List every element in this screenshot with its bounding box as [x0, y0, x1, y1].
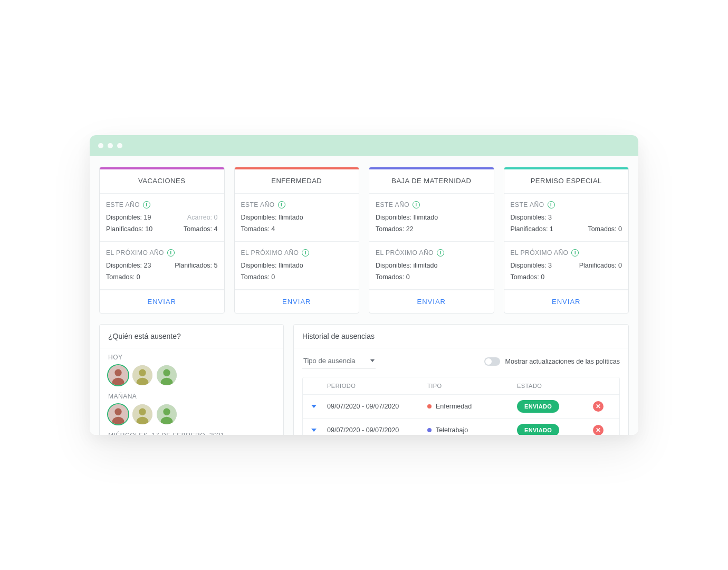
policy-updates-toggle[interactable] — [484, 357, 500, 366]
card-title: ENFERMEDAD — [235, 169, 359, 194]
section-label: EL PRÓXIMO AÑOi — [241, 249, 353, 256]
col-period: PERIODO — [327, 383, 427, 389]
svg-point-16 — [163, 408, 170, 415]
stat-row: Planificados: 10Tomados: 4 — [106, 225, 218, 233]
table-row: 09/07/2020 - 09/07/2020TeletrabajoENVIAD… — [303, 418, 619, 435]
chevron-down-icon — [370, 359, 375, 362]
absent-day-label: HOY — [108, 354, 275, 361]
card-title: VACACIONES — [100, 169, 224, 194]
avatar[interactable] — [132, 365, 152, 385]
section-label: EL PRÓXIMO AÑOi — [511, 249, 622, 256]
absent-group: MIÉRCOLES, 17 DE FEBRERO, 2021 — [108, 432, 275, 435]
status-badge: ENVIADO — [517, 424, 559, 435]
send-button[interactable]: ENVIAR — [235, 290, 359, 313]
svg-point-1 — [114, 369, 121, 376]
info-icon[interactable]: i — [571, 249, 579, 256]
absent-panel-title: ¿Quién está ausente? — [100, 325, 283, 348]
history-table: PERIODO TIPO ESTADO 09/07/2020 - 09/07/2… — [302, 377, 620, 435]
svg-point-13 — [139, 408, 146, 415]
info-icon[interactable]: i — [302, 249, 309, 256]
table-header: PERIODO TIPO ESTADO — [303, 377, 619, 394]
cell-type: Enfermedad — [427, 403, 517, 410]
absent-group: MAÑANA — [108, 393, 275, 424]
card-section: ESTE AÑOiDisponibles: IlimitadoTomados: … — [369, 194, 494, 242]
info-icon[interactable]: i — [143, 201, 150, 208]
info-icon[interactable]: i — [437, 249, 444, 256]
col-status: ESTADO — [517, 383, 593, 389]
stat-row: Disponibles: 19Acarreo: 0 — [106, 214, 218, 221]
svg-point-10 — [114, 408, 121, 415]
window-control-maximize[interactable] — [117, 143, 122, 148]
status-badge: ENVIADO — [517, 400, 559, 413]
expand-row-icon[interactable] — [311, 429, 317, 432]
type-dot-icon — [427, 428, 432, 432]
card-section: ESTE AÑOiDisponibles: 3Planificados: 1To… — [504, 194, 629, 242]
stat-row: Disponibles: ilimitado — [376, 262, 487, 269]
svg-point-7 — [163, 369, 170, 376]
absent-group: HOY — [108, 354, 275, 385]
send-button[interactable]: ENVIAR — [100, 290, 224, 313]
summary-card: ENFERMEDADESTE AÑOiDisponibles: Ilimitad… — [234, 167, 360, 314]
summary-card: PERMISO ESPECIALESTE AÑOiDisponibles: 3P… — [504, 167, 629, 314]
dropdown-label: Tipo de ausencia — [303, 357, 356, 365]
app-content: VACACIONESESTE AÑOiDisponibles: 19Acarre… — [90, 156, 638, 435]
avatar[interactable] — [108, 404, 128, 424]
absent-day-label: MAÑANA — [108, 393, 275, 400]
card-title: BAJA DE MATERNIDAD — [369, 169, 494, 194]
window-titlebar — [90, 135, 638, 156]
table-row: 09/07/2020 - 09/07/2020EnfermedadENVIADO… — [303, 394, 619, 418]
section-label: ESTE AÑOi — [241, 201, 353, 208]
stat-row: Disponibles: Ilimitado — [241, 214, 353, 221]
cell-period: 09/07/2020 - 09/07/2020 — [327, 403, 427, 410]
card-title: PERMISO ESPECIAL — [504, 169, 629, 194]
absent-panel: ¿Quién está ausente? HOYMAÑANAMIÉRCOLES,… — [99, 324, 284, 435]
window-control-minimize[interactable] — [108, 143, 113, 148]
section-label: ESTE AÑOi — [376, 201, 487, 208]
stat-row: Tomados: 0 — [241, 273, 353, 281]
col-type: TIPO — [427, 383, 517, 389]
expand-row-icon[interactable] — [311, 405, 317, 408]
history-panel-title: Historial de ausencias — [294, 325, 628, 348]
stat-row: Disponibles: 23Planificados: 5 — [106, 262, 218, 269]
section-label: EL PRÓXIMO AÑOi — [106, 249, 218, 256]
window-control-close[interactable] — [98, 143, 103, 148]
stat-row: Disponibles: Ilimitado — [241, 262, 353, 269]
avatar[interactable] — [157, 365, 177, 385]
stat-row: Tomados: 0 — [511, 273, 622, 281]
stat-row: Tomados: 22 — [376, 225, 487, 233]
card-section: ESTE AÑOiDisponibles: 19Acarreo: 0Planif… — [100, 194, 224, 242]
delete-row-button[interactable]: ✕ — [593, 401, 604, 412]
info-icon[interactable]: i — [413, 201, 420, 208]
avatar[interactable] — [157, 404, 177, 424]
svg-point-4 — [139, 369, 146, 376]
delete-row-button[interactable]: ✕ — [593, 425, 604, 435]
send-button[interactable]: ENVIAR — [369, 290, 494, 313]
card-section: ESTE AÑOiDisponibles: IlimitadoTomados: … — [235, 194, 359, 242]
cell-period: 09/07/2020 - 09/07/2020 — [327, 426, 427, 434]
absent-day-label: MIÉRCOLES, 17 DE FEBRERO, 2021 — [108, 432, 275, 435]
card-section: EL PRÓXIMO AÑOiDisponibles: 23Planificad… — [100, 242, 224, 290]
info-icon[interactable]: i — [278, 201, 285, 208]
avatar[interactable] — [108, 365, 128, 385]
summary-card: BAJA DE MATERNIDADESTE AÑOiDisponibles: … — [369, 167, 494, 314]
avatar[interactable] — [132, 404, 152, 424]
summary-card: VACACIONESESTE AÑOiDisponibles: 19Acarre… — [99, 167, 225, 314]
summary-cards: VACACIONESESTE AÑOiDisponibles: 19Acarre… — [99, 167, 629, 314]
stat-row: Disponibles: Ilimitado — [376, 214, 487, 221]
stat-row: Tomados: 0 — [106, 273, 218, 281]
send-button[interactable]: ENVIAR — [504, 290, 629, 313]
info-icon[interactable]: i — [548, 201, 555, 208]
stat-row: Tomados: 0 — [376, 273, 487, 281]
stat-row: Disponibles: 3Planificados: 0 — [511, 262, 622, 269]
history-panel: Historial de ausencias Tipo de ausencia … — [293, 324, 629, 435]
info-icon[interactable]: i — [167, 249, 175, 256]
card-section: EL PRÓXIMO AÑOiDisponibles: ilimitadoTom… — [369, 242, 494, 290]
card-section: EL PRÓXIMO AÑOiDisponibles: 3Planificado… — [504, 242, 629, 290]
stat-row: Planificados: 1Tomados: 0 — [511, 225, 622, 233]
absence-type-dropdown[interactable]: Tipo de ausencia — [302, 355, 376, 368]
toggle-label: Mostrar actualizaciones de las políticas — [505, 358, 620, 365]
section-label: ESTE AÑOi — [106, 201, 218, 208]
section-label: EL PRÓXIMO AÑOi — [376, 249, 487, 256]
type-dot-icon — [427, 404, 432, 408]
section-label: ESTE AÑOi — [511, 201, 622, 208]
